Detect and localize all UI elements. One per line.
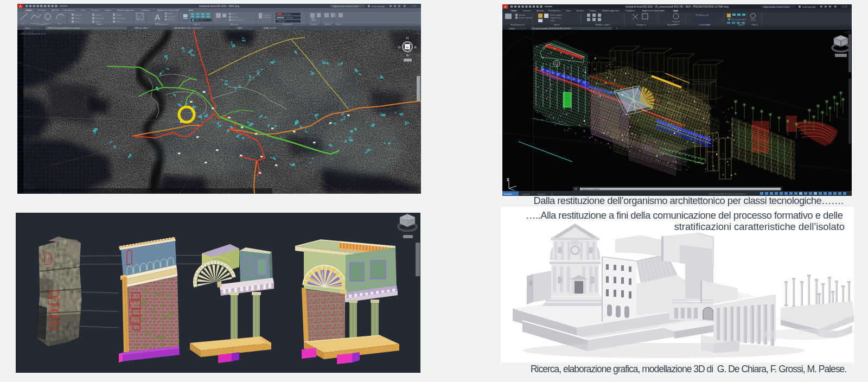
svg-text:Z: Z — [507, 178, 509, 181]
svg-text:S: S — [406, 54, 409, 57]
svg-text:DaLayer: DaLayer — [278, 20, 286, 22]
svg-text:Copia: Copia — [75, 17, 81, 20]
svg-text:NE: NE — [406, 46, 409, 49]
svg-text:A: A — [19, 4, 22, 9]
svg-text:Applicazioni disponibili: Applicazioni disponibili — [157, 9, 180, 11]
svg-text:– ▫ ×: – ▫ × — [845, 30, 850, 34]
svg-text:Stile ▾: Stile ▾ — [554, 24, 559, 26]
svg-text:antoniopuglis: antoniopuglis — [802, 5, 816, 8]
svg-text:E: E — [414, 46, 417, 49]
svg-text:Serie: Serie — [116, 21, 121, 23]
svg-text:Piano di: Piano di — [673, 21, 680, 23]
svg-text:Presa e sposta: Presa e sposta — [519, 17, 533, 19]
svg-text:Disegna ▾: Disegna ▾ — [38, 23, 47, 26]
svg-text:Vista: Vista — [81, 9, 86, 11]
svg-text:Arco: Arco — [58, 23, 62, 25]
svg-text:Collabora: Collabora — [140, 9, 150, 11]
svg-text:Modellazione ▾: Modellazione ▾ — [510, 24, 524, 26]
svg-text:DaLayer: DaLayer — [284, 13, 291, 15]
svg-text:Specchio: Specchio — [95, 17, 104, 20]
svg-text:antoniopuglis: antoniopuglis — [372, 5, 385, 8]
svg-text:Inizio: Inizio — [25, 27, 30, 29]
svg-text:Layer ▾: Layer ▾ — [738, 24, 745, 26]
svg-text:Output: Output — [590, 9, 597, 12]
svg-text:Corrispon.: Corrispon. — [263, 14, 272, 16]
svg-text:Linea: Linea — [21, 23, 25, 25]
svg-text:Autodesk AutoCAD 2021 - 05_pro: Autodesk AutoCAD 2021 - 05_processoedil … — [626, 5, 729, 8]
svg-text:Taglia faccia: Taglia faccia — [550, 17, 561, 19]
svg-text:Annota: Annota — [537, 9, 544, 12]
svg-text:Crea: Crea — [232, 13, 237, 15]
svg-text:Gestisci: Gestisci — [91, 9, 99, 11]
svg-text:Unisci oggetti: Unisci oggetti — [550, 14, 562, 16]
svg-text:Collabora: Collabora — [625, 9, 635, 12]
svg-text:WCS/lanca_04: WCS/lanca_04 — [695, 14, 709, 16]
svg-text:RM8_M_13017 *: RM8_M_13017 * — [135, 27, 150, 29]
svg-text:Layer: Layer — [550, 20, 556, 22]
svg-text:Tabella: Tabella — [168, 18, 175, 21]
svg-text:Edita ▾: Edita ▾ — [97, 23, 103, 26]
svg-text:Parametrico: Parametrico — [63, 9, 76, 11]
svg-text:Utilità ▾: Utilità ▾ — [324, 23, 331, 26]
svg-text:– ▫ ×: – ▫ × — [413, 31, 419, 35]
svg-text:Viste ▾: Viste ▾ — [335, 23, 341, 26]
svg-text:Taglia: Taglia — [116, 14, 122, 16]
svg-text:Gruppi ▾: Gruppi ▾ — [310, 23, 317, 26]
svg-text:Output: Output — [105, 9, 112, 11]
svg-text:Layer ▾: Layer ▾ — [193, 23, 200, 26]
svg-text:Digita parola chiave o frase: Digita parola chiave o frase — [333, 5, 359, 8]
svg-text:A: A — [155, 12, 160, 22]
svg-text:Modifica solidi ▾: Modifica solidi ▾ — [596, 24, 610, 26]
svg-text:Estrudi: Estrudi — [519, 14, 525, 16]
svg-text:Direttrice: Direttrice — [168, 16, 176, 18]
svg-text:Applicazioni disponibili: Applicazioni disponibili — [642, 9, 665, 12]
svg-text:▪ |BN|G000Maxima A:14: ▪ |BN|G000Maxima A:14 — [20, 33, 46, 35]
svg-text:Query: Query — [750, 19, 756, 21]
svg-text:Ruota: Ruota — [95, 14, 101, 16]
svg-text:STAB_J 1 TP*: STAB_J 1 TP* — [264, 27, 277, 29]
svg-text:RM7 *: RM7 * — [238, 27, 244, 29]
svg-text:DBC_COL_C..: DBC_COL_C.. — [195, 19, 207, 21]
svg-text:Scala: Scala — [95, 21, 101, 23]
svg-text:DWG 2 (cartografia/Stecca e cl: DWG 2 (cartografia/Stecca e clima) * — [48, 27, 81, 29]
svg-text:Modifica: Modifica — [232, 16, 240, 18]
svg-text:Annotazione ▾: Annotazione ▾ — [155, 23, 168, 26]
svg-text:Autodesk AutoCAD 2021 - RM1.dw: Autodesk AutoCAD 2021 - RM1.dwg — [199, 5, 240, 8]
svg-text:Sposta: Sposta — [75, 14, 82, 16]
svg-text:Digita parola chiave o frase: Digita parola chiave o frase — [763, 5, 790, 8]
svg-text:Inizio: Inizio — [512, 9, 517, 12]
svg-text:Coordinate ▾: Coordinate ▾ — [698, 24, 710, 26]
svg-text:O: O — [398, 46, 401, 49]
svg-text:Inizio: Inizio — [27, 9, 32, 11]
svg-text:Edita attributi: Edita attributi — [232, 19, 244, 21]
svg-text:Stira: Stira — [75, 21, 80, 23]
svg-text:Raccordo: Raccordo — [116, 17, 125, 20]
svg-text:05_arg_pavardi bl.: 05_arg_pavardi bl. — [731, 18, 746, 21]
svg-text:Inserisci: Inserisci — [38, 9, 46, 11]
svg-text:- □ ×: - □ × — [410, 4, 416, 8]
svg-text:+: + — [294, 27, 296, 29]
svg-text:- □ ×: - □ × — [841, 5, 847, 8]
svg-text:A: A — [504, 4, 507, 9]
svg-text:Parametrico: Parametrico — [548, 9, 561, 12]
svg-text:Proprietà ▾: Proprietà ▾ — [283, 23, 292, 26]
svg-text:Disegna ▾: Disegna ▾ — [637, 24, 646, 26]
svg-text:Polilinea: Polilinea — [31, 23, 38, 25]
svg-text:CARNEVALE_2002_2021 10.1* *: CARNEVALE_2002_2021 10.1* * — [174, 27, 203, 29]
svg-text:N: N — [406, 36, 409, 40]
svg-text:Vista: Vista — [566, 9, 571, 12]
svg-text:Viste ▾: Viste ▾ — [751, 24, 757, 26]
svg-text:Sezione ▾: Sezione ▾ — [667, 24, 676, 26]
svg-text:Annota: Annota — [52, 9, 59, 11]
svg-text:Moduli aggiuntivi: Moduli aggiuntivi — [117, 9, 134, 11]
svg-text:Linea: Linea — [168, 12, 173, 15]
svg-text:DaLayer: DaLayer — [286, 17, 293, 19]
svg-text:Gestisci: Gestisci — [576, 9, 584, 12]
svg-text:Moduli aggiuntivi: Moduli aggiuntivi — [602, 9, 619, 12]
svg-text:Digitare un comando: Digitare un comando — [582, 188, 599, 190]
svg-text:Blocco ▾: Blocco ▾ — [231, 23, 238, 26]
svg-text:proprietà: proprietà — [263, 16, 270, 18]
svg-text:Inserisci: Inserisci — [523, 9, 531, 12]
